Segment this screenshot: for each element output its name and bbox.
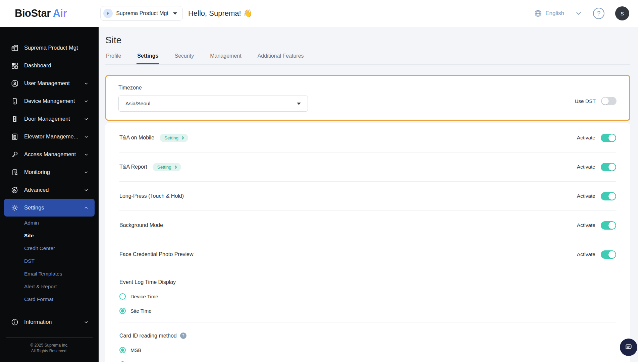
sidebar-item-elevator-management[interactable]: Elevator Manageme... <box>4 128 95 145</box>
event-log-label: Event Log Time Display <box>119 279 616 285</box>
ta-on-mobile-toggle[interactable] <box>601 134 616 142</box>
sidebar-item-label: Door Management <box>24 116 70 122</box>
timezone-select[interactable]: Asia/Seoul <box>118 96 308 112</box>
sidebar-item-information[interactable]: Information <box>4 313 95 331</box>
caret-down-icon <box>297 103 301 105</box>
settings-submenu: Admin Site Credit Center DST Email Templ… <box>0 217 99 306</box>
ta-report-setting-button[interactable]: Setting <box>153 163 181 171</box>
dashboard-icon <box>11 62 19 70</box>
long-press-toggle[interactable] <box>601 192 616 200</box>
sidebar-subitem-dst[interactable]: DST <box>0 255 99 267</box>
sidebar-subitem-email-templates[interactable]: Email Templates <box>0 267 99 280</box>
sidebar-item-label: Device Management <box>24 98 75 104</box>
toggle-knob <box>608 134 615 141</box>
settings-panel: T&A on Mobile Setting Activate T&A Repor… <box>105 123 630 362</box>
chevron-down-icon <box>83 319 89 325</box>
sidebar-item-advanced[interactable]: Advanced <box>4 181 95 199</box>
device-icon <box>11 97 19 105</box>
sidebar-subitem-alert-report[interactable]: Alert & Report <box>0 280 99 293</box>
monitoring-icon <box>11 168 19 176</box>
radio-msb[interactable]: MSB <box>119 347 616 353</box>
row-label: Face Credential Photo Preview <box>119 251 194 257</box>
sidebar-item-monitoring[interactable]: Monitoring <box>4 163 95 181</box>
activate-label: Activate <box>577 222 595 228</box>
elevator-icon <box>11 133 19 141</box>
scrollbar-track[interactable] <box>638 27 644 362</box>
sidebar-item-site-account[interactable]: Suprema Product Mgt <box>4 39 95 57</box>
use-dst-label: Use DST <box>575 98 596 104</box>
toggle-knob <box>608 222 615 229</box>
radio-site-time[interactable]: Site Time <box>119 308 616 314</box>
row-label: T&A Report <box>119 164 147 170</box>
sidebar-item-label: Advanced <box>24 187 49 193</box>
radio-device-time[interactable]: Device Time <box>119 293 616 300</box>
user-icon <box>11 79 19 87</box>
radio-icon <box>119 293 126 300</box>
sidebar-item-label: Elevator Manageme... <box>24 133 78 140</box>
chevron-down-icon <box>83 134 89 140</box>
row-ta-on-mobile: T&A on Mobile Setting Activate <box>119 123 616 153</box>
sidebar-subitem-admin[interactable]: Admin <box>0 217 99 229</box>
sidebar-item-settings[interactable]: Settings <box>4 199 95 217</box>
timezone-value: Asia/Seoul <box>125 101 150 107</box>
copyright: © 2025 Suprema Inc. All Rights Reserved. <box>0 343 99 354</box>
tab-security[interactable]: Security <box>174 53 195 64</box>
sidebar-divider <box>6 338 93 338</box>
globe-icon <box>534 9 542 17</box>
sidebar-item-label: Dashboard <box>24 62 51 69</box>
timezone-label: Timezone <box>118 85 617 91</box>
tab-bar: Profile Settings Security Management Add… <box>105 53 630 65</box>
toggle-knob <box>602 98 609 105</box>
chevron-down-icon[interactable] <box>575 10 582 17</box>
card-id-label: Card ID reading method <box>119 333 177 339</box>
info-icon <box>11 318 19 326</box>
chevron-down-icon <box>83 187 89 193</box>
chat-button[interactable] <box>620 339 637 356</box>
chevron-right-icon <box>181 136 184 140</box>
sidebar-item-device-management[interactable]: Device Management <box>4 92 95 110</box>
row-label: Background Mode <box>119 222 163 228</box>
toggle-knob <box>608 164 615 171</box>
row-label: Long-Press (Touch & Hold) <box>119 193 184 199</box>
language-selector[interactable]: English <box>534 9 564 17</box>
activate-label: Activate <box>577 193 595 199</box>
sidebar-item-user-management[interactable]: User Management <box>4 74 95 92</box>
sidebar-item-access-management[interactable]: Access Management <box>4 145 95 163</box>
ta-report-toggle[interactable] <box>601 163 616 171</box>
tab-profile[interactable]: Profile <box>105 53 122 64</box>
help-icon[interactable]: ? <box>180 333 186 339</box>
gear-icon <box>11 204 19 212</box>
face-credential-toggle[interactable] <box>601 250 616 259</box>
sidebar-subitem-credit-center[interactable]: Credit Center <box>0 242 99 255</box>
radio-checked-icon <box>119 347 126 353</box>
sidebar-item-label: User Management <box>24 80 70 86</box>
key-icon <box>11 150 19 159</box>
ta-on-mobile-setting-button[interactable]: Setting <box>160 134 188 142</box>
sidebar-item-door-management[interactable]: Door Management <box>4 110 95 128</box>
row-label: T&A on Mobile <box>119 135 154 141</box>
page-title: Site <box>105 35 630 46</box>
main-content: Site Profile Settings Security Managemen… <box>99 27 638 362</box>
sidebar-subitem-card-format[interactable]: Card Format <box>0 293 99 306</box>
toggle-knob <box>608 251 615 258</box>
avatar[interactable]: S <box>615 6 629 20</box>
use-dst-toggle[interactable] <box>601 97 616 105</box>
chevron-down-icon <box>83 169 89 175</box>
row-long-press: Long-Press (Touch & Hold) Activate <box>119 182 616 211</box>
chevron-down-icon <box>83 116 89 122</box>
chat-bubble-icon <box>624 343 633 352</box>
sidebar-item-label: Monitoring <box>24 169 50 175</box>
tab-management[interactable]: Management <box>209 53 242 64</box>
background-mode-toggle[interactable] <box>601 221 616 230</box>
event-log-time-display-section: Event Log Time Display Device Time Site … <box>119 269 616 322</box>
door-icon <box>11 115 19 123</box>
sidebar-subitem-site[interactable]: Site <box>0 229 99 242</box>
tab-additional-features[interactable]: Additional Features <box>257 53 305 64</box>
card-id-reading-method-section: Card ID reading method ? MSB LSB <box>119 322 616 362</box>
tab-settings[interactable]: Settings <box>137 53 159 64</box>
chevron-right-icon <box>173 166 177 169</box>
chevron-down-icon <box>83 152 89 158</box>
sidebar-item-dashboard[interactable]: Dashboard <box>4 57 95 74</box>
help-icon[interactable]: ? <box>593 8 604 19</box>
account-selector-dropdown[interactable]: F Suprema Product Mgt <box>100 6 183 21</box>
